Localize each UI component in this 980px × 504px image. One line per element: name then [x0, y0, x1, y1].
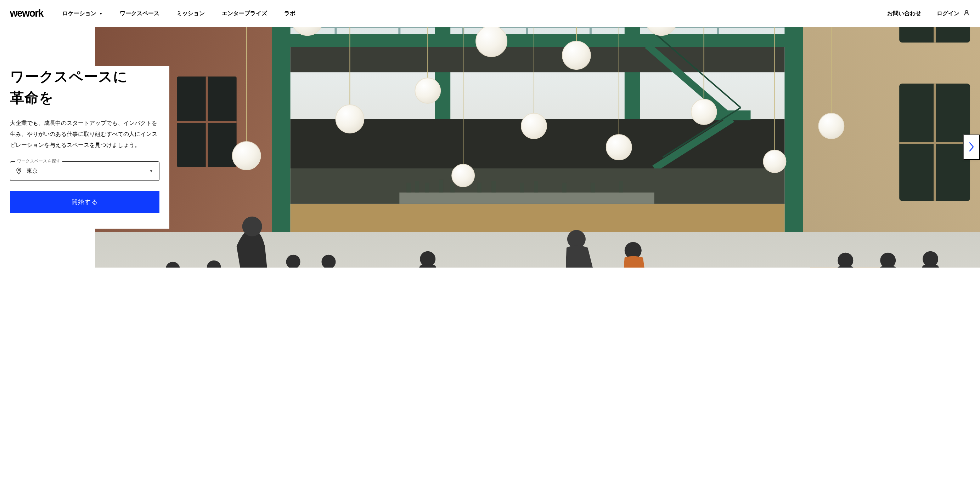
location-pin-icon	[16, 167, 22, 174]
location-select-value: 東京	[27, 167, 144, 175]
start-button-label: 開始する	[72, 198, 98, 205]
svg-rect-57	[590, 182, 595, 193]
svg-rect-47	[406, 182, 410, 193]
svg-rect-49	[425, 182, 429, 193]
svg-point-85	[838, 253, 853, 268]
start-button[interactable]: 開始する	[10, 191, 159, 213]
nav-workspace[interactable]: ワークスペース	[120, 10, 159, 17]
svg-rect-90	[922, 265, 939, 268]
svg-rect-84	[419, 265, 436, 268]
svg-point-122	[763, 150, 786, 173]
nav-location[interactable]: ロケーション ▼	[62, 10, 103, 17]
svg-point-115	[476, 27, 507, 57]
chevron-down-icon: ▼	[99, 12, 103, 16]
svg-point-111	[336, 105, 364, 133]
nav-labs-label: ラボ	[284, 10, 296, 17]
primary-nav: ロケーション ▼ ワークスペース ミッション エンタープライズ ラボ	[62, 10, 296, 17]
svg-rect-54	[520, 182, 524, 193]
hero-subtitle: 大企業でも、成長中のスタートアップでも、インパクトを生み、やりがいのある仕事に取…	[10, 117, 159, 151]
hero-card: ワークスペースに 革命を 大企業でも、成長中のスタートアップでも、インパクトを生…	[0, 66, 169, 229]
nav-login-label: ログイン	[937, 10, 959, 17]
svg-rect-55	[534, 181, 538, 193]
svg-rect-46	[399, 193, 654, 204]
logo[interactable]: wework	[10, 8, 43, 19]
svg-point-120	[691, 99, 717, 125]
nav-enterprise[interactable]: エンタープライズ	[222, 10, 267, 17]
nav-contact-label: お問い合わせ	[887, 10, 921, 17]
svg-rect-40	[291, 47, 785, 72]
svg-rect-52	[477, 182, 482, 193]
header: wework ロケーション ▼ ワークスペース ミッション エンタープライズ ラ…	[0, 0, 980, 27]
secondary-nav: お問い合わせ ログイン	[887, 9, 970, 18]
chevron-right-icon	[968, 141, 975, 153]
svg-rect-53	[492, 181, 496, 193]
location-field-wrap: ワークスペースを探す 東京 ▼	[10, 162, 159, 181]
svg-point-114	[452, 164, 474, 187]
logo-text: wework	[10, 8, 43, 19]
hero-image	[95, 27, 980, 268]
svg-point-116	[521, 113, 547, 139]
svg-rect-50	[439, 180, 443, 193]
user-icon	[963, 9, 970, 18]
svg-point-117	[562, 41, 590, 70]
svg-point-76	[242, 217, 262, 236]
svg-point-87	[880, 253, 896, 268]
hero-title-line1: ワークスペースに	[10, 69, 127, 84]
location-select[interactable]: 東京 ▼	[10, 162, 159, 181]
svg-rect-88	[880, 266, 896, 268]
hero: ワークスペースに 革命を 大企業でも、成長中のスタートアップでも、インパクトを生…	[0, 27, 980, 268]
svg-point-83	[420, 251, 436, 267]
svg-point-128	[18, 169, 19, 171]
svg-rect-51	[450, 182, 455, 193]
nav-login[interactable]: ログイン	[937, 9, 970, 18]
svg-point-113	[415, 78, 441, 103]
nav-labs[interactable]: ラボ	[284, 10, 296, 17]
svg-point-118	[606, 135, 632, 160]
nav-enterprise-label: エンタープライズ	[222, 10, 267, 17]
hero-title-line2: 革命を	[10, 90, 54, 105]
svg-rect-58	[619, 181, 623, 193]
nav-location-label: ロケーション	[62, 10, 96, 17]
hero-title: ワークスペースに 革命を	[10, 66, 159, 108]
svg-point-125	[232, 141, 261, 170]
nav-workspace-label: ワークスペース	[120, 10, 159, 17]
nav-contact[interactable]: お問い合わせ	[887, 10, 921, 17]
nav-mission[interactable]: ミッション	[177, 10, 205, 17]
svg-point-0	[966, 10, 968, 13]
nav-mission-label: ミッション	[177, 10, 205, 17]
chevron-down-icon: ▼	[149, 168, 153, 173]
carousel-next-button[interactable]	[963, 135, 980, 160]
svg-rect-33	[272, 27, 291, 232]
svg-rect-38	[272, 34, 803, 47]
svg-point-89	[923, 251, 938, 267]
svg-rect-44	[291, 204, 785, 236]
location-field-label: ワークスペースを探す	[15, 158, 62, 164]
svg-rect-48	[415, 181, 419, 193]
svg-point-124	[818, 113, 844, 139]
svg-rect-86	[837, 266, 854, 268]
svg-rect-34	[784, 27, 803, 232]
svg-rect-56	[562, 182, 566, 193]
